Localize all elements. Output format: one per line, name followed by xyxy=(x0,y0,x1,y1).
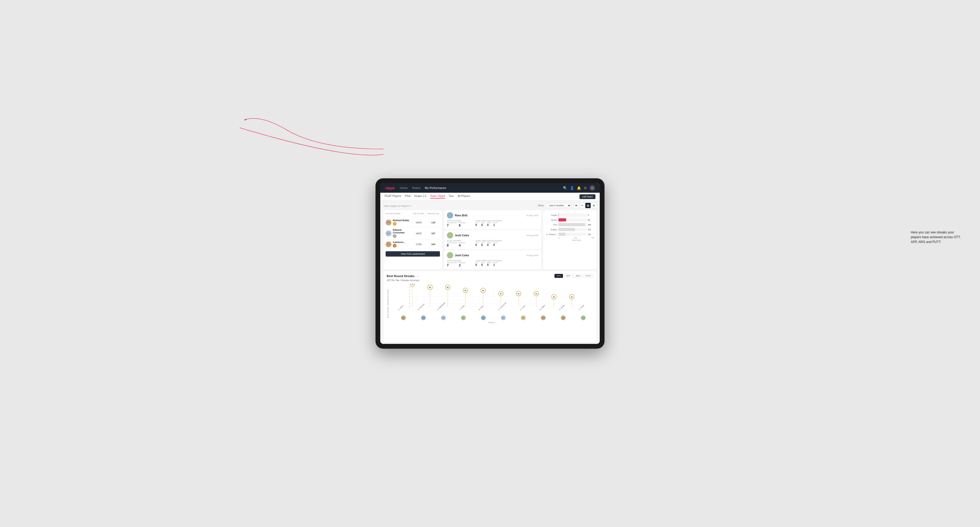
avatar: EC xyxy=(501,316,506,320)
ott-label: OTT xyxy=(476,222,479,224)
total-rounds-label: Total Rounds xyxy=(447,220,466,222)
bar-value: 3 xyxy=(588,214,594,216)
total-rounds-group: Total Rounds Tournament 7 Practice 2 xyxy=(447,260,466,267)
card-stats: Total Rounds Tournament 8 Practice 4 xyxy=(447,240,538,247)
card-header: Josh Coles 26 Aug 2023 xyxy=(447,252,538,259)
nav-item-performance[interactable]: My Performance xyxy=(425,186,446,189)
sub-nav-hcaps[interactable]: Hcaps 1-5 xyxy=(414,195,426,198)
player-name-wrap: Richard Butler 1 xyxy=(393,219,409,226)
pb-avg: 103 xyxy=(426,243,440,246)
card-date: 26 Aug 2023 xyxy=(527,234,538,237)
rounds-sub: Tournament 7 Practice 6 xyxy=(447,222,466,227)
practice-activities-label: Total Practice Activities xyxy=(476,220,502,222)
card-stats: Total Rounds Tournament 7 Practice 6 xyxy=(447,220,538,227)
svg-text:5x: 5x xyxy=(465,290,466,291)
svg-text:3: 3 xyxy=(409,296,410,298)
filter-arg-button[interactable]: ARG xyxy=(574,274,582,278)
grid-view-button[interactable]: ⊞ xyxy=(574,203,579,208)
card-header: Rees Britt 02 Sep 2023 xyxy=(447,212,538,219)
bar-row: D. Bogeys + 131 xyxy=(546,233,594,236)
bar-label: Eagles xyxy=(546,214,557,216)
practice-value: 6 xyxy=(459,224,466,227)
show-label: Show xyxy=(538,204,544,207)
player-name-wrap: Edward Crossman 2 xyxy=(393,229,410,238)
avatar xyxy=(447,212,453,219)
x-label-200: 200 xyxy=(574,237,577,239)
list-view-button[interactable]: ≡ xyxy=(579,203,585,208)
tournament-label: Tournament xyxy=(447,222,457,224)
bar-value: 499 xyxy=(588,224,594,226)
settings-icon[interactable]: ⚙ xyxy=(584,186,587,190)
rank-badge: 2 xyxy=(393,234,396,238)
card-player-name: Josh Coles xyxy=(455,234,525,237)
nav-item-teams[interactable]: Teams xyxy=(412,186,420,189)
svg-text:4x: 4x xyxy=(500,293,502,295)
avatar xyxy=(447,232,453,238)
card-date: 02 Sep 2023 xyxy=(527,214,538,217)
putt-sub: PUTT 1 xyxy=(493,262,498,267)
sub-nav-pgat[interactable]: PGAT Players xyxy=(385,195,401,198)
arg-sub: ARG 0 xyxy=(487,222,491,227)
pb-score: 19/20 xyxy=(410,221,426,224)
avatar[interactable]: U xyxy=(590,185,595,190)
player-name: Cameron... xyxy=(393,241,405,243)
avatar: EC xyxy=(386,230,391,237)
team-header: Team Clippd 14 Players ✏ Show Last 3 mon… xyxy=(383,203,597,208)
tournament-label: Tournament xyxy=(447,242,457,243)
nav-item-home[interactable]: Home xyxy=(400,186,407,189)
bar-row: Eagles 3 xyxy=(546,213,594,217)
bar-label: D. Bogeys + xyxy=(546,233,557,236)
practice-sub: Practice 2 xyxy=(459,262,466,267)
ott-sub: OTT 0 xyxy=(476,222,479,227)
card-date: 26 Aug 2023 xyxy=(527,254,538,257)
bell-icon[interactable]: 🔔 xyxy=(577,186,581,190)
card-stats: Total Rounds Tournament 7 Practice 2 xyxy=(447,260,538,267)
streak-chart-wrap: Best Streak, Fairway Accuracy 0 xyxy=(387,284,593,324)
add-team-button[interactable]: Add Team xyxy=(579,194,595,199)
annotation-text: Here you can see streaks your players ha… xyxy=(911,230,964,244)
svg-text:4: 4 xyxy=(409,293,410,295)
tablet-frame: clippd Home Teams My Performance 🔍 👤 🔔 ⚙… xyxy=(375,178,605,349)
bar-chart-panel: Eagles 3 Birdies 96 Pars 499 Bogeys 311 xyxy=(543,210,597,269)
sub-nav-pga[interactable]: PGA xyxy=(405,195,410,198)
bar-fill xyxy=(558,233,565,236)
sub-nav-all-players[interactable]: All Players xyxy=(458,195,470,198)
bar-fill xyxy=(558,218,566,221)
table-view-button[interactable]: ⊟ xyxy=(591,203,597,208)
view-controls: Show Last 3 months Last 6 months Last 12… xyxy=(538,203,597,208)
card-player-name: Rees Britt xyxy=(455,214,525,217)
avatar: RB xyxy=(561,316,566,320)
practice-activities-group: Total Practice Activities OTT 0 APP 0 xyxy=(476,240,502,247)
view-full-leaderboard-button[interactable]: View Full Leaderboard xyxy=(386,251,440,257)
filter-ott-button[interactable]: OTT xyxy=(554,274,563,278)
avatar: CQ xyxy=(581,316,585,320)
bar-row: Birdies 96 xyxy=(546,218,594,221)
filter-app-button[interactable]: APP xyxy=(564,274,573,278)
arg-value: 0 xyxy=(487,224,491,227)
ott-value: 0 xyxy=(476,224,479,227)
user-icon[interactable]: 👤 xyxy=(570,186,574,190)
table-row: RB Richard Butler 1 19/20 110 xyxy=(386,218,440,227)
svg-text:4x: 4x xyxy=(535,293,538,295)
sub-nav-team-clippd[interactable]: Team Clippd xyxy=(430,195,445,198)
edit-icon[interactable]: ✏ xyxy=(410,205,412,207)
search-icon[interactable]: 🔍 xyxy=(563,186,567,190)
tournament-value: 7 xyxy=(447,224,457,227)
time-filter-dropdown[interactable]: Last 3 months Last 6 months Last 12 mont… xyxy=(546,203,571,208)
player-card: Josh Coles 26 Aug 2023 Total Rounds Tour… xyxy=(444,250,541,269)
col-pb-avg: PB AVG SQ xyxy=(426,213,440,215)
practice-activities-label: Total Practice Activities xyxy=(476,240,502,242)
sub-nav-tour[interactable]: Tour xyxy=(449,195,454,198)
sub-nav-items: PGAT Players PGA Hcaps 1-5 Team Clippd T… xyxy=(385,195,579,198)
tablet-screen: clippd Home Teams My Performance 🔍 👤 🔔 ⚙… xyxy=(380,183,600,344)
putt-value: 1 xyxy=(493,224,498,227)
total-rounds-group: Total Rounds Tournament 7 Practice 6 xyxy=(447,220,466,227)
app-sub: APP 0 xyxy=(481,262,485,267)
card-view-button[interactable]: ▦ xyxy=(585,203,591,208)
arg-sub: ARG 0 xyxy=(487,242,491,246)
filter-putt-button[interactable]: PUTT xyxy=(584,274,593,278)
arrow-indicator: ← xyxy=(417,275,419,277)
practice-sub: Practice 4 xyxy=(459,242,466,247)
bar-container xyxy=(558,233,587,236)
team-title: Team Clippd 14 Players ✏ xyxy=(383,205,412,207)
